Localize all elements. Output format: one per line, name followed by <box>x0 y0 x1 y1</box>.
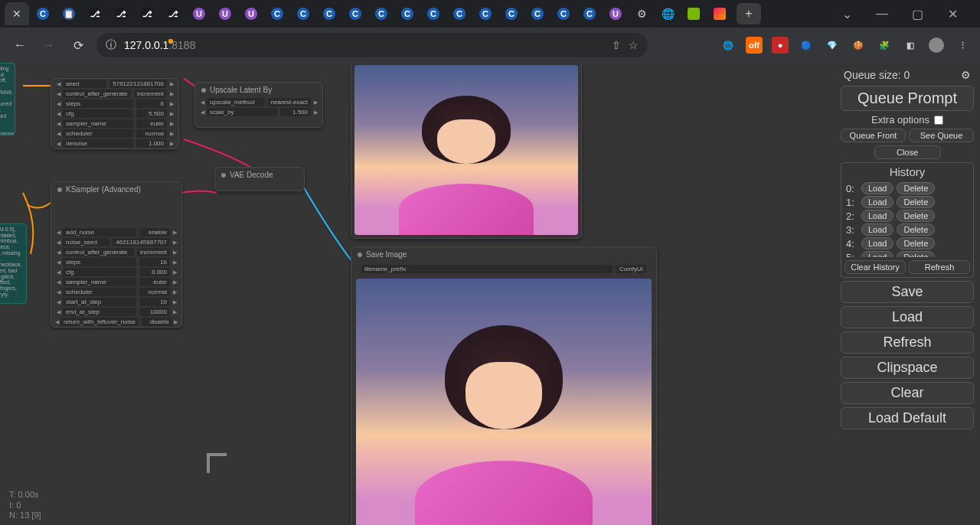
queue-size-label: Queue size: <box>844 69 901 81</box>
save-button[interactable]: Save <box>841 281 974 303</box>
refresh-button[interactable]: Refresh <box>841 331 974 354</box>
u-icon: U <box>609 8 622 20</box>
tab-5[interactable]: ⎇ <box>135 2 159 25</box>
tab-20[interactable]: C <box>525 2 550 25</box>
tab-3[interactable]: ⎇ <box>83 2 107 25</box>
c-icon: C <box>427 8 439 20</box>
side-panel-icon[interactable]: ◧ <box>902 37 919 54</box>
tab-16[interactable]: C <box>421 2 446 25</box>
ext-3[interactable]: ● <box>772 37 789 54</box>
history-list[interactable]: 0:LoadDelete1:LoadDelete2:LoadDelete3:Lo… <box>841 181 973 257</box>
history-item: 5:LoadDelete <box>846 251 970 257</box>
u-icon: U <box>219 8 231 20</box>
clear-history-button[interactable]: Clear History <box>844 260 906 274</box>
node-canvas[interactable]: iling ut oft, , RAW, urred , led happy p… <box>0 63 835 525</box>
tab-new[interactable]: + <box>737 3 761 24</box>
node-dot-icon <box>358 253 362 257</box>
tab-22[interactable]: C <box>577 2 602 25</box>
tab-12[interactable]: C <box>317 2 341 25</box>
nav-back[interactable]: ← <box>9 34 31 56</box>
nav-reload[interactable]: ⟳ <box>67 34 89 56</box>
node-title: Upscale Latent By <box>210 86 272 94</box>
history-delete-button[interactable]: Delete <box>897 237 935 249</box>
tab-4[interactable]: ⎇ <box>109 2 133 25</box>
address-bar[interactable]: ⓘ 127.0.0.1:8188 ⇧ ☆ <box>96 33 648 57</box>
history-load-button[interactable]: Load <box>861 210 893 222</box>
ext-5[interactable]: 💎 <box>824 37 841 54</box>
tab-close[interactable]: ✕ <box>5 2 29 25</box>
minimize-icon: — <box>876 7 888 21</box>
tab-21[interactable]: C <box>551 2 576 25</box>
tab-26[interactable] <box>681 2 706 25</box>
vae-decode-node[interactable]: VAE Decode <box>214 167 305 191</box>
text-node-1[interactable]: iling ut oft, , RAW, urred , led happy p… <box>0 63 15 135</box>
history-delete-button[interactable]: Delete <box>897 210 935 222</box>
tab-8[interactable]: U <box>213 2 237 25</box>
tab-18[interactable]: C <box>473 2 498 25</box>
clear-button[interactable]: Clear <box>841 382 974 404</box>
load-default-button[interactable]: Load Default <box>841 407 974 429</box>
see-queue-button[interactable]: See Queue <box>909 129 974 142</box>
history-delete-button[interactable]: Delete <box>897 223 935 236</box>
ext-1[interactable]: 🌐 <box>720 37 737 54</box>
history-load-button[interactable]: Load <box>861 251 893 257</box>
save-image-node[interactable]: Save Image filename_prefixComfyUI <box>351 246 657 525</box>
preview-node-1[interactable] <box>351 63 582 239</box>
nav-forward[interactable]: → <box>38 34 60 56</box>
tab-17[interactable]: C <box>447 2 472 25</box>
tab-14[interactable]: C <box>369 2 394 25</box>
tab-15[interactable]: C <box>395 2 420 25</box>
text-node-2[interactable]: M 0.5], ntailed, nimbus, iece, , missing… <box>0 223 27 304</box>
extensions-icon[interactable]: 🧩 <box>876 37 893 54</box>
refresh-history-button[interactable]: Refresh <box>909 260 970 274</box>
tab-23[interactable]: U <box>603 2 628 25</box>
tab-2[interactable]: 📋 <box>57 2 81 25</box>
ext-4[interactable]: 🔵 <box>798 37 815 54</box>
c-icon: C <box>557 8 570 20</box>
profile-icon[interactable] <box>928 37 945 54</box>
history-load-button[interactable]: Load <box>861 223 893 236</box>
gear-icon[interactable]: ⚙ <box>961 69 971 81</box>
upscale-latent-node[interactable]: Upscale Latent By ◀upscale_methodnearest… <box>194 82 323 128</box>
load-button[interactable]: Load <box>841 306 974 328</box>
ksampler-advanced-node[interactable]: KSampler (Advanced) ◀add_noiseenable▶◀no… <box>51 181 182 328</box>
history-load-button[interactable]: Load <box>861 182 893 194</box>
tab-9[interactable]: U <box>239 2 263 25</box>
extra-options-checkbox[interactable] <box>934 116 943 125</box>
star-icon[interactable]: ☆ <box>629 39 639 51</box>
close-button[interactable]: Close <box>874 145 941 159</box>
tab-10[interactable]: C <box>265 2 289 25</box>
node-title: Save Image <box>366 250 407 259</box>
tab-1[interactable]: C <box>31 2 55 25</box>
tab-6[interactable]: ⎇ <box>161 2 185 25</box>
ksampler-node-1[interactable]: ◀seed578122121881706▶◀control_after_gene… <box>51 78 179 149</box>
window-close[interactable]: ✕ <box>939 3 966 24</box>
address-port: :8188 <box>168 39 173 44</box>
window-maximize[interactable]: ▢ <box>903 3 931 24</box>
tab-24[interactable]: ⚙ <box>629 2 654 25</box>
queue-front-button[interactable]: Queue Front <box>841 129 906 142</box>
chevron-down-icon: ⌄ <box>842 7 852 21</box>
tab-7[interactable]: U <box>187 2 211 25</box>
share-icon[interactable]: ⇧ <box>612 39 621 51</box>
clipspace-button[interactable]: Clipspace <box>841 357 974 379</box>
tab-27[interactable] <box>707 2 732 25</box>
tab-19[interactable]: C <box>499 2 524 25</box>
menu-icon[interactable]: ⋮ <box>954 37 971 54</box>
site-info-icon[interactable]: ⓘ <box>106 38 116 52</box>
history-load-button[interactable]: Load <box>861 237 893 249</box>
queue-prompt-button[interactable]: Queue Prompt <box>841 86 974 111</box>
history-delete-button[interactable]: Delete <box>897 182 935 194</box>
history-delete-button[interactable]: Delete <box>897 251 935 257</box>
tab-11[interactable]: C <box>291 2 315 25</box>
resize-handle[interactable] <box>207 453 227 473</box>
window-minimize[interactable]: — <box>868 3 896 24</box>
history-load-button[interactable]: Load <box>861 196 893 208</box>
tab-13[interactable]: C <box>343 2 368 25</box>
ext-2[interactable]: off <box>746 37 763 54</box>
ext-6[interactable]: 🍪 <box>850 37 867 54</box>
tab-25[interactable]: 🌐 <box>655 2 680 25</box>
history-delete-button[interactable]: Delete <box>897 196 935 208</box>
tabs-dropdown[interactable]: ⌄ <box>833 3 861 24</box>
toolbar: ← → ⟳ ⓘ 127.0.0.1:8188 ⇧ ☆ 🌐 off ● 🔵 💎 🍪… <box>0 28 980 63</box>
